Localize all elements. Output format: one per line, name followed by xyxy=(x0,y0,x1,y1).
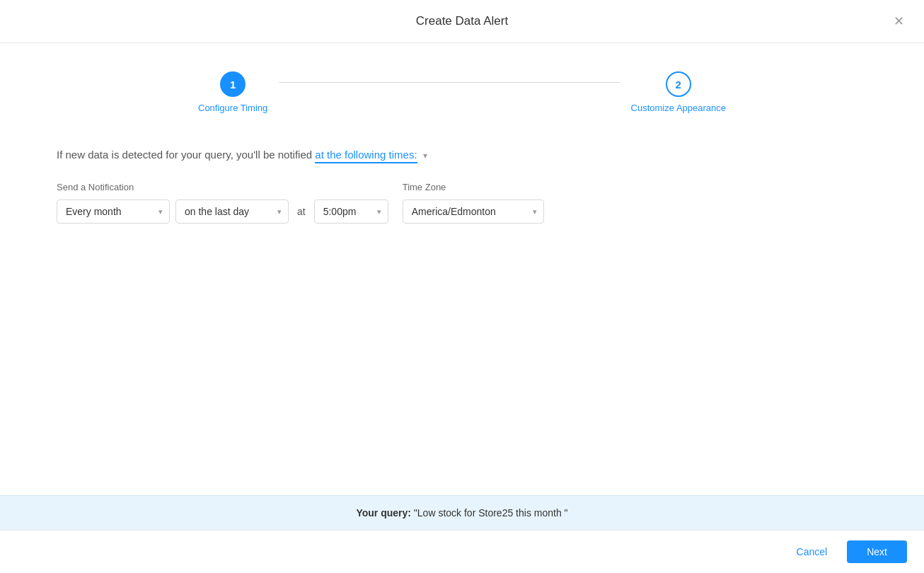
frequency-select[interactable]: Every day Every week Every month Every y… xyxy=(57,199,170,224)
time-select[interactable]: 12:00am1:00am2:00am 3:00am4:00am5:00am 6… xyxy=(314,199,388,224)
intro-prefix: If new data is detected for your query, … xyxy=(57,149,312,161)
at-label: at xyxy=(297,206,306,217)
query-label: Your query: xyxy=(356,507,411,519)
query-value: "Low stock for Store25 this month " xyxy=(414,507,568,519)
step-2: 2 Customize Appearance xyxy=(631,71,726,113)
step-1-label: Configure Timing xyxy=(198,103,267,113)
footer-actions: Cancel Next xyxy=(0,530,924,573)
step-connector xyxy=(279,82,619,83)
notification-section: Send a Notification Every day Every week… xyxy=(57,182,388,224)
intro-highlight-wrapper[interactable]: at the following times: ▾ xyxy=(315,149,427,161)
cancel-button[interactable]: Cancel xyxy=(785,540,839,563)
intro-highlight: at the following times: xyxy=(315,149,417,163)
notification-row: Every day Every week Every month Every y… xyxy=(57,199,388,224)
step-2-circle: 2 xyxy=(666,71,691,97)
close-button[interactable]: ✕ xyxy=(891,12,907,30)
notification-form: Send a Notification Every day Every week… xyxy=(57,182,867,224)
timezone-wrapper: America/Edmonton America/New_York Americ… xyxy=(403,199,544,224)
modal-body: 1 Configure Timing 2 Customize Appearanc… xyxy=(0,43,924,495)
timezone-select[interactable]: America/Edmonton America/New_York Americ… xyxy=(403,199,544,224)
step-1: 1 Configure Timing xyxy=(198,71,267,113)
intro-text: If new data is detected for your query, … xyxy=(57,149,867,161)
time-wrapper: 12:00am1:00am2:00am 3:00am4:00am5:00am 6… xyxy=(314,199,388,224)
day-wrapper: on the first day on the last day ▾ xyxy=(175,199,289,224)
query-footer: Your query: "Low stock for Store25 this … xyxy=(0,495,924,530)
create-data-alert-modal: Create Data Alert ✕ 1 Configure Timing 2… xyxy=(0,0,924,573)
frequency-wrapper: Every day Every week Every month Every y… xyxy=(57,199,170,224)
step-2-label: Customize Appearance xyxy=(631,103,726,113)
next-button[interactable]: Next xyxy=(847,540,907,563)
modal-title: Create Data Alert xyxy=(416,14,508,28)
timezone-label: Time Zone xyxy=(403,182,544,192)
intro-dropdown-arrow: ▾ xyxy=(423,151,427,161)
day-select[interactable]: on the first day on the last day xyxy=(175,199,289,224)
modal-header: Create Data Alert ✕ xyxy=(0,0,924,43)
notification-label: Send a Notification xyxy=(57,182,388,192)
stepper: 1 Configure Timing 2 Customize Appearanc… xyxy=(57,71,867,113)
step-1-circle: 1 xyxy=(220,71,246,97)
timezone-section: Time Zone America/Edmonton America/New_Y… xyxy=(403,182,544,224)
